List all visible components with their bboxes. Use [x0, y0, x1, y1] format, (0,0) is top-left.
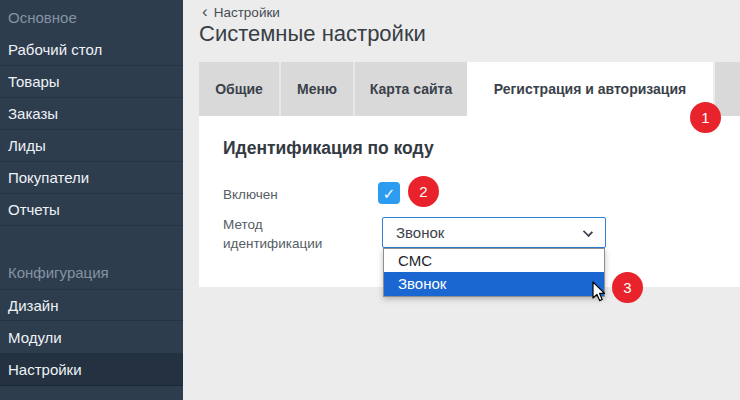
page-title: Системные настройки	[199, 21, 426, 47]
sidebar-section-configuration: Конфигурация	[0, 260, 183, 286]
option-call[interactable]: Звонок	[384, 272, 604, 296]
tab-menu[interactable]: Меню	[281, 62, 355, 116]
tab-partial[interactable]	[715, 62, 740, 116]
method-field-label: Метод идентификации	[223, 215, 338, 253]
back-chevron-icon: ‹	[202, 5, 208, 19]
chevron-down-icon	[583, 227, 593, 237]
tab-registration-authorization[interactable]: Регистрация и авторизация	[467, 62, 713, 116]
sidebar-item-orders[interactable]: Заказы	[0, 98, 183, 130]
sidebar-item-settings[interactable]: Настройки	[0, 354, 183, 386]
select-value: Звонок	[396, 224, 444, 241]
step-badge-2: 2	[408, 176, 439, 207]
enabled-checkbox[interactable]: ✓	[378, 182, 400, 204]
sidebar-item-products[interactable]: Товары	[0, 66, 183, 98]
sidebar-section-main: Основное	[0, 5, 183, 31]
sidebar-item-dashboard[interactable]: Рабочий стол	[0, 34, 183, 66]
step-badge-3: 3	[612, 272, 643, 303]
mouse-cursor-icon	[592, 281, 608, 303]
sidebar-item-modules[interactable]: Модули	[0, 322, 183, 354]
tab-sitemap[interactable]: Карта сайта	[355, 62, 467, 116]
select-options-list: СМС Звонок	[383, 248, 605, 297]
step-badge-1: 1	[690, 102, 721, 133]
sidebar-item-leads[interactable]: Лиды	[0, 130, 183, 162]
tab-general[interactable]: Общие	[199, 62, 281, 116]
breadcrumb-label: Настройки	[214, 5, 280, 20]
settings-tabbar: Общие Меню Карта сайта Регистрация и авт…	[199, 62, 740, 116]
identification-method-select[interactable]: Звонок	[382, 217, 606, 248]
section-title: Идентификация по коду	[223, 138, 434, 159]
sidebar-item-customers[interactable]: Покупатели	[0, 162, 183, 194]
enabled-field-label: Включен	[223, 185, 278, 204]
sidebar: Основное Рабочий стол Товары Заказы Лиды…	[0, 0, 183, 400]
sidebar-item-reports[interactable]: Отчеты	[0, 194, 183, 226]
admin-settings-screen: Основное Рабочий стол Товары Заказы Лиды…	[0, 0, 740, 400]
option-sms[interactable]: СМС	[384, 249, 604, 272]
breadcrumb-back-link[interactable]: ‹ Настройки	[202, 3, 280, 21]
checkmark-icon: ✓	[383, 186, 396, 201]
sidebar-item-design[interactable]: Дизайн	[0, 289, 183, 321]
